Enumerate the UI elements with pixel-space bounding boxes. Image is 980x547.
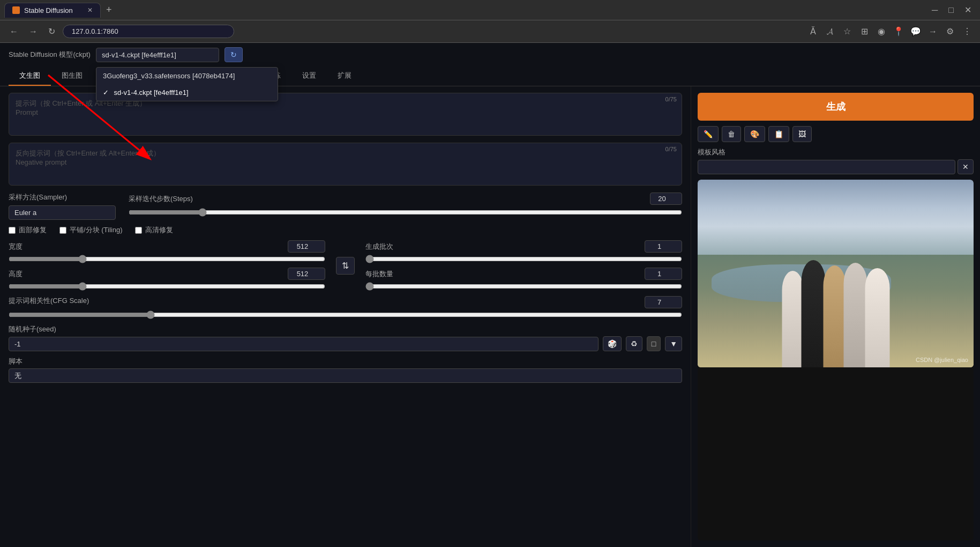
width-input[interactable] <box>288 240 325 253</box>
watermark-text: CSDN @julien_qiao <box>916 357 968 363</box>
menu-icon[interactable]: ⋮ <box>961 25 974 38</box>
browser-icon-1[interactable]: Ᾰ <box>806 25 819 38</box>
trash-tool-button[interactable]: 🗑 <box>722 126 741 142</box>
tiling-label: 平铺/分块 (Tiling) <box>70 225 122 235</box>
settings-icon[interactable]: ⚙ <box>944 25 956 38</box>
location-icon[interactable]: 📍 <box>892 25 905 38</box>
batch-count-header: 生成批次 <box>365 240 682 253</box>
cfg-label: 提示词相关性(CFG Scale) <box>9 296 89 308</box>
script-select[interactable]: 无 <box>9 368 682 383</box>
height-slider[interactable] <box>9 282 325 291</box>
hires-fix-checkbox[interactable]: 高清修复 <box>135 225 173 235</box>
figure-4 <box>843 263 867 367</box>
negative-prompt-counter: 0/75 <box>665 146 677 152</box>
maximize-button[interactable]: □ <box>944 4 958 16</box>
sampler-steps-row: 采样方法(Sampler) Euler a Euler LMS DDIM 采样迭… <box>9 193 682 220</box>
seed-dice-button[interactable]: 🎲 <box>603 336 622 351</box>
window-controls: ─ □ ✕ <box>927 4 976 16</box>
figures-group <box>783 260 888 367</box>
cfg-section: 提示词相关性(CFG Scale) <box>9 296 682 319</box>
tool-icons-row: ✏️ 🗑 🎨 📋 🖼 <box>698 126 974 142</box>
profile-icon[interactable]: ◉ <box>875 25 888 38</box>
steps-slider[interactable] <box>129 208 682 217</box>
model-select[interactable]: sd-v1-4.ckpt [fe4efff1e1] 3Guofeng3_v33.… <box>96 48 219 62</box>
height-label: 高度 <box>9 269 23 279</box>
batch-size-row: 每批数量 <box>365 268 682 291</box>
browser-chrome: Stable Diffusion ✕ + ─ □ ✕ <box>0 0 980 20</box>
negative-prompt-input[interactable] <box>9 143 682 186</box>
model-option-1-text: 3Guofeng3_v33.safetensors [4078eb4174] <box>103 72 235 80</box>
tiling-input[interactable] <box>59 227 66 234</box>
tab-img2img[interactable]: 图生图 <box>51 66 93 86</box>
batch-section: 生成批次 每批数量 <box>365 240 682 291</box>
face-restore-checkbox[interactable]: 面部修复 <box>9 225 47 235</box>
batch-count-input[interactable] <box>645 240 682 253</box>
face-restore-label: 面部修复 <box>19 225 47 235</box>
width-row: 宽度 <box>9 240 325 263</box>
model-option-1[interactable]: 3Guofeng3_v33.safetensors [4078eb4174] <box>96 68 278 84</box>
height-input[interactable] <box>288 268 325 280</box>
forward-button[interactable]: → <box>26 25 41 39</box>
steps-value-input[interactable] <box>650 193 682 205</box>
steps-group: 采样迭代步数(Steps) <box>129 193 682 217</box>
minimize-button[interactable]: ─ <box>927 4 942 16</box>
pencil-tool-button[interactable]: ✏️ <box>698 126 719 142</box>
browser-icon-2[interactable]: 𝓐 <box>824 25 836 38</box>
discord-icon[interactable]: 💬 <box>909 25 922 38</box>
close-window-button[interactable]: ✕ <box>960 4 976 16</box>
style-tool-button-3[interactable]: 🖼 <box>792 126 812 142</box>
tab-close-button[interactable]: ✕ <box>87 6 93 14</box>
new-tab-button[interactable]: + <box>103 3 115 17</box>
model-refresh-button[interactable]: ↻ <box>225 47 243 62</box>
hires-fix-input[interactable] <box>135 227 142 234</box>
batch-size-slider[interactable] <box>365 282 682 291</box>
checkboxes-row: 面部修复 平铺/分块 (Tiling) 高清修复 <box>9 225 682 235</box>
width-slider[interactable] <box>9 255 325 263</box>
batch-size-input[interactable] <box>645 268 682 280</box>
seed-extra-button[interactable]: □ <box>647 336 661 351</box>
batch-count-slider[interactable] <box>365 255 682 263</box>
arrow-icon[interactable]: → <box>926 25 939 38</box>
address-bar-row: ← → ↻ Ᾰ 𝓐 ☆ ⊞ ◉ 📍 💬 → ⚙ ⋮ <box>0 20 980 43</box>
width-header: 宽度 <box>9 240 325 253</box>
model-option-2[interactable]: ✓ sd-v1-4.ckpt [fe4efff1e1] <box>96 84 278 101</box>
model-row: Stable Diffusion 模型(ckpt) sd-v1-4.ckpt [… <box>0 43 980 66</box>
dimensions-section: 宽度 高度 <box>9 240 325 291</box>
steps-label: 采样迭代步数(Steps) <box>129 194 193 204</box>
template-style-select[interactable] <box>698 160 955 174</box>
cfg-slider[interactable] <box>9 311 682 319</box>
active-tab[interactable]: Stable Diffusion ✕ <box>4 3 101 18</box>
seed-recycle-button[interactable]: ♻ <box>626 336 642 351</box>
tab-settings[interactable]: 设置 <box>291 66 327 86</box>
checkmark-icon: ✓ <box>103 88 109 97</box>
star-icon[interactable]: ☆ <box>841 25 854 38</box>
batch-count-row: 生成批次 <box>365 240 682 263</box>
sampler-select[interactable]: Euler a Euler LMS DDIM <box>9 205 116 220</box>
address-input[interactable] <box>63 25 234 38</box>
style-tool-button-2[interactable]: 📋 <box>768 126 789 142</box>
tab-txt2img[interactable]: 文生图 <box>9 66 51 86</box>
template-clear-button[interactable]: ✕ <box>957 159 974 174</box>
style-tool-button-1[interactable]: 🎨 <box>744 126 765 142</box>
tab-bar: Stable Diffusion ✕ + <box>4 3 924 18</box>
swap-dimensions-button[interactable]: ⇅ <box>336 257 355 275</box>
hires-fix-label: 高清修复 <box>145 225 173 235</box>
refresh-button[interactable]: ↻ <box>45 24 58 39</box>
generated-image-panel: CSDN @julien_qiao <box>698 180 974 541</box>
figure-2 <box>801 260 825 367</box>
tab-extensions[interactable]: 扩展 <box>327 66 362 86</box>
seed-arrow-button[interactable]: ▼ <box>665 336 682 351</box>
main-content: 0/75 0/75 采样方法(Sampler) Euler a Euler LM… <box>0 86 980 547</box>
cfg-value-input[interactable] <box>645 296 682 308</box>
generate-button[interactable]: 生成 <box>698 93 974 121</box>
extensions-icon[interactable]: ⊞ <box>858 25 871 38</box>
seed-input[interactable] <box>9 337 599 351</box>
browser-toolbar-icons: Ᾰ 𝓐 ☆ ⊞ ◉ 📍 💬 → ⚙ ⋮ <box>806 25 974 38</box>
template-style-label: 模板风格 <box>698 148 725 156</box>
face-restore-input[interactable] <box>9 227 16 234</box>
tiling-checkbox[interactable]: 平铺/分块 (Tiling) <box>59 225 122 235</box>
back-button[interactable]: ← <box>6 25 21 39</box>
left-panel: 0/75 0/75 采样方法(Sampler) Euler a Euler LM… <box>0 86 691 547</box>
seed-row: 🎲 ♻ □ ▼ <box>9 336 682 351</box>
right-panel: 生成 ✏️ 🗑 🎨 📋 🖼 模板风格 ✕ <box>691 86 980 547</box>
